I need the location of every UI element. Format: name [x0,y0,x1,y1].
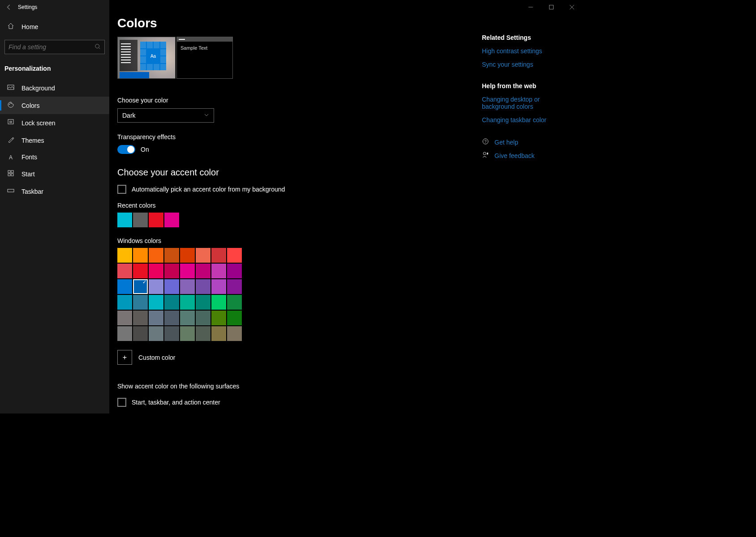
feedback-link[interactable]: Give feedback [494,152,535,159]
windows-color-swatch[interactable] [149,326,163,341]
sidebar: Home Personalization Background Colors L… [0,14,109,413]
auto-pick-checkbox[interactable] [117,185,126,194]
sidebar-item-themes[interactable]: Themes [0,132,109,149]
sidebar-item-taskbar[interactable]: Taskbar [0,183,109,200]
windows-color-swatch[interactable] [227,279,242,294]
windows-color-swatch[interactable] [180,248,195,263]
windows-color-swatch[interactable] [180,326,195,341]
related-header: Related Settings [482,34,571,41]
feedback-row[interactable]: Give feedback [482,151,571,160]
svg-point-8 [10,103,11,104]
get-help-row[interactable]: ? Get help [482,138,571,147]
sidebar-item-lockscreen[interactable]: Lock screen [0,114,109,132]
plus-icon[interactable]: + [117,350,132,365]
windows-color-swatch[interactable] [164,326,179,341]
surface-start-checkbox[interactable] [117,398,126,407]
windows-color-swatch[interactable] [196,326,210,341]
windows-color-swatch[interactable] [164,248,179,263]
sidebar-home[interactable]: Home [0,18,109,35]
windows-color-swatch[interactable] [196,279,210,294]
nav-label: Lock screen [21,119,55,127]
themes-icon [7,136,14,145]
windows-color-swatch[interactable] [211,326,226,341]
windows-color-swatch[interactable] [149,248,163,263]
windows-color-swatch[interactable] [117,311,132,325]
chevron-down-icon [204,112,209,119]
windows-color-swatch[interactable] [196,248,210,263]
windows-color-swatch[interactable] [149,264,163,278]
custom-color-row[interactable]: + Custom color [117,350,582,365]
windows-color-swatch[interactable] [117,326,132,341]
surface-start-row[interactable]: Start, taskbar, and action center [117,398,582,407]
recent-color-swatch[interactable] [133,213,148,227]
windows-color-swatch[interactable] [117,248,132,263]
link-help-taskbar[interactable]: Changing taskbar color [482,116,571,124]
windows-color-swatch[interactable] [196,311,210,325]
back-button[interactable] [0,0,18,14]
recent-color-swatch[interactable] [164,213,179,227]
windows-color-swatch[interactable] [227,311,242,325]
color-mode-dropdown[interactable]: Dark [117,108,214,123]
windows-color-swatch[interactable] [117,295,132,310]
windows-color-swatch[interactable] [211,248,226,263]
windows-color-swatch[interactable] [133,326,148,341]
sidebar-home-label: Home [21,23,38,30]
sidebar-category: Personalization [0,61,109,79]
windows-color-swatch[interactable] [227,326,242,341]
svg-line-5 [99,47,100,49]
palette-icon [7,101,14,110]
windows-color-swatch[interactable] [149,311,163,325]
windows-color-swatch[interactable] [133,248,148,263]
windows-color-swatch[interactable] [180,264,195,278]
search-icon [94,43,101,51]
windows-color-swatch[interactable] [180,311,195,325]
recent-color-swatch[interactable] [149,213,163,227]
windows-color-swatch[interactable] [164,264,179,278]
link-high-contrast[interactable]: High contrast settings [482,47,571,55]
windows-color-swatch[interactable] [133,264,148,278]
windows-color-swatch[interactable] [164,279,179,294]
transparency-toggle[interactable] [117,145,135,154]
sidebar-item-fonts[interactable]: A Fonts [0,149,109,165]
windows-color-swatch[interactable] [211,295,226,310]
get-help-link[interactable]: Get help [494,139,518,146]
recent-color-swatch[interactable] [117,213,132,227]
windows-color-swatch[interactable] [133,279,148,294]
link-help-bg[interactable]: Changing desktop or background colors [482,96,571,110]
windows-color-swatch[interactable] [133,311,148,325]
search-box[interactable] [4,40,105,54]
search-input[interactable] [9,43,94,51]
nav-label: Fonts [21,153,37,161]
windows-color-swatch[interactable] [180,295,195,310]
windows-color-swatch[interactable] [164,311,179,325]
windows-color-swatch[interactable] [196,264,210,278]
link-sync-settings[interactable]: Sync your settings [482,61,571,68]
windows-color-swatch[interactable] [211,279,226,294]
windows-color-swatch[interactable] [227,248,242,263]
app-title: Settings [18,4,37,10]
sidebar-item-colors[interactable]: Colors [0,97,109,114]
help-header: Help from the web [482,82,571,90]
svg-rect-10 [8,119,13,124]
windows-color-swatch[interactable] [196,295,210,310]
windows-color-swatch[interactable] [149,295,163,310]
windows-color-swatch[interactable] [164,295,179,310]
svg-point-7 [9,104,10,105]
svg-rect-14 [8,174,10,176]
windows-color-swatch[interactable] [211,264,226,278]
svg-rect-15 [11,174,13,176]
windows-color-swatch[interactable] [227,295,242,310]
windows-color-swatch[interactable] [227,264,242,278]
right-panel: Related Settings High contrast settings … [482,34,571,165]
windows-color-swatch[interactable] [117,264,132,278]
windows-color-swatch[interactable] [133,295,148,310]
windows-color-swatch[interactable] [149,279,163,294]
windows-color-swatch[interactable] [117,279,132,294]
auto-pick-row[interactable]: Automatically pick an accent color from … [117,185,582,194]
windows-color-swatch[interactable] [180,279,195,294]
sidebar-item-background[interactable]: Background [0,79,109,97]
windows-color-swatch[interactable] [211,311,226,325]
feedback-icon [482,151,489,160]
sidebar-item-start[interactable]: Start [0,165,109,183]
preview-sample-text: Sample Text [177,42,232,54]
